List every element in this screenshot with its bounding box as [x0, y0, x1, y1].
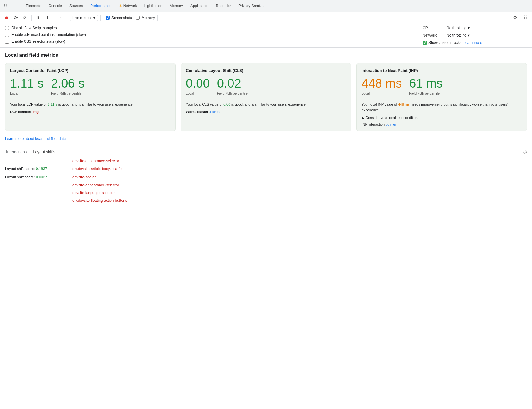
lcp-local: 1.11 s Local — [10, 76, 44, 95]
enable-paint-label: Enable advanced paint instrumentation (s… — [11, 33, 86, 37]
inp-interaction-link[interactable]: pointer — [385, 123, 396, 126]
learn-more-field-data-link[interactable]: Learn more about local and field data — [5, 137, 66, 141]
inp-interaction-row: INP interaction pointer — [362, 123, 522, 126]
lcp-local-value: 1.11 s — [10, 76, 44, 90]
network-label: Network: — [423, 33, 444, 37]
settings-gear-icon[interactable]: ⚙ — [511, 14, 519, 22]
shift-score-value-2: 0.0027 — [36, 175, 47, 179]
cls-field: 0.02 Field 75th percentile — [217, 76, 248, 95]
triangle-right-icon[interactable]: ▶ — [362, 116, 364, 120]
cls-divider — [186, 99, 346, 99]
cpu-row: CPU: No throttling ▾ — [423, 26, 527, 30]
lcp-element-value[interactable]: img — [33, 110, 39, 114]
inp-values: 448 ms Local 61 ms Field 75th percentile — [362, 76, 522, 95]
enable-css-checkbox[interactable] — [5, 40, 9, 44]
cls-local-value: 0.00 — [186, 76, 210, 90]
tabs-bar: Interactions Layout shifts ⊘ — [5, 147, 527, 157]
lcp-desc-value: 1.11 s — [48, 103, 57, 106]
nav-tab-network[interactable]: ⚠Network — [115, 0, 141, 12]
shift-element-2[interactable]: devsite-search — [72, 175, 96, 179]
toolbar-divider-3 — [67, 15, 67, 21]
home-button[interactable]: ⌂ — [57, 14, 65, 22]
cls-field-label: Field 75th percentile — [217, 91, 248, 95]
inp-divider — [362, 99, 522, 99]
shift-element-plain-5[interactable]: div.devsite-floating-action-buttons — [72, 198, 127, 203]
memory-label[interactable]: Memory — [142, 16, 155, 20]
nav-tab-lighthouse[interactable]: Lighthouse — [141, 0, 166, 12]
lcp-desc-suffix: is good, and is similar to your users' e… — [57, 103, 133, 106]
toolbar-divider-4 — [100, 15, 101, 21]
cls-field-value: 0.02 — [217, 76, 248, 90]
inp-local: 448 ms Local — [362, 76, 402, 95]
enable-advanced-paint-row[interactable]: Enable advanced paint instrumentation (s… — [5, 33, 423, 37]
disable-js-samples-row[interactable]: Disable JavaScript samples — [5, 26, 423, 30]
cls-desc-value: 0.00 — [223, 103, 230, 106]
memory-checkbox[interactable] — [136, 16, 140, 20]
shifts-list: devsite-appearance-selectorLayout shift … — [5, 157, 527, 204]
inp-consider-label: Consider your local test conditions — [366, 116, 419, 119]
nav-tab-performance[interactable]: Performance — [87, 0, 115, 12]
cpu-select[interactable]: No throttling ▾ — [447, 26, 470, 30]
lcp-element-label: LCP element — [10, 110, 33, 114]
shift-element-plain-4[interactable]: devsite-language-selector — [72, 191, 115, 195]
live-metrics-label: Live metrics — [72, 16, 92, 20]
lcp-title: Largest Contentful Paint (LCP) — [10, 68, 170, 73]
screenshots-checkbox[interactable] — [106, 16, 110, 20]
disable-js-checkbox[interactable] — [5, 26, 9, 30]
cls-card: Cumulative Layout Shift (CLS) 0.00 Local… — [181, 63, 351, 131]
lcp-desc-prefix: Your local LCP value of — [10, 103, 48, 106]
cpu-value: No throttling — [447, 26, 467, 30]
shift-row-plain-3: devsite-appearance-selector — [5, 181, 527, 189]
nav-tab-elements[interactable]: Elements — [22, 0, 45, 12]
inp-desc-value: 448 ms — [398, 103, 410, 106]
show-custom-tracks-row: Show custom tracks Learn more — [423, 41, 527, 45]
nav-tab-sources[interactable]: Sources — [66, 0, 87, 12]
cls-local-label: Local — [186, 91, 210, 95]
inp-card: Interaction to Next Paint (INP) 448 ms L… — [356, 63, 527, 131]
inp-field-value: 61 ms — [409, 76, 443, 90]
enable-paint-checkbox[interactable] — [5, 33, 9, 37]
enable-css-selector-row[interactable]: Enable CSS selector stats (slow) — [5, 39, 423, 44]
devtools-toggle-icon[interactable]: ⠿ — [1, 2, 10, 10]
nav-tab-memory[interactable]: Memory — [166, 0, 187, 12]
learn-more-link[interactable]: Learn more — [463, 41, 482, 45]
disable-js-label: Disable JavaScript samples — [11, 26, 57, 30]
tab-interactions[interactable]: Interactions — [5, 147, 32, 157]
device-toolbar-icon[interactable]: ▭ — [11, 2, 20, 10]
cpu-label: CPU: — [423, 26, 444, 30]
shift-score-value-1: 0.1837 — [36, 167, 47, 171]
lcp-values: 1.11 s Local 2.06 s Field 75th percentil… — [10, 76, 170, 95]
upload-button[interactable]: ⬆ — [34, 14, 42, 22]
inp-desc-prefix: Your local INP value of — [362, 103, 398, 106]
show-custom-tracks-label: Show custom tracks — [428, 41, 461, 45]
toolbar-right-icons: ⚙ ⠿ — [511, 14, 530, 22]
lcp-field: 2.06 s Field 75th percentile — [51, 76, 84, 95]
shift-row-1: Layout shift score: 0.1837div.devsite-ar… — [5, 165, 527, 173]
shift-score-1: Layout shift score: 0.1837 — [5, 167, 72, 171]
download-button[interactable]: ⬇ — [43, 14, 51, 22]
shift-row-plain-0: devsite-appearance-selector — [5, 157, 527, 165]
inp-field: 61 ms Field 75th percentile — [409, 76, 443, 95]
network-select[interactable]: No throttling ▾ — [447, 33, 470, 37]
settings-left: Disable JavaScript samples Enable advanc… — [5, 26, 423, 44]
shift-element-plain-0[interactable]: devsite-appearance-selector — [72, 159, 119, 163]
refresh-button[interactable]: ⟳ — [12, 14, 20, 22]
cls-desc-suffix: is good, and is similar to your users' e… — [230, 103, 307, 106]
screenshots-checkbox-group: Screenshots — [106, 16, 132, 20]
shift-score-2: Layout shift score: 0.0027 — [5, 175, 72, 179]
nav-tab-recorder[interactable]: Recorder — [212, 0, 235, 12]
screenshots-label[interactable]: Screenshots — [111, 16, 132, 20]
cls-worst-cluster-link[interactable]: 1 shift — [209, 110, 220, 114]
no-entry-icon[interactable]: ⊘ — [523, 149, 527, 155]
show-custom-tracks-checkbox[interactable] — [423, 41, 427, 45]
nav-tab-console[interactable]: Console — [45, 0, 66, 12]
shift-element-plain-3[interactable]: devsite-appearance-selector — [72, 183, 119, 187]
clear-button[interactable]: ⊘ — [21, 14, 29, 22]
record-button[interactable]: ⏺ — [2, 14, 10, 22]
live-metrics-dropdown[interactable]: Live metrics ▾ — [70, 15, 98, 21]
nav-tab-application[interactable]: Application — [187, 0, 212, 12]
shift-element-1[interactable]: div.devsite-article-body.clearfix — [72, 167, 122, 171]
more-options-icon[interactable]: ⠿ — [522, 14, 530, 22]
nav-tab-privacy-sandbox[interactable]: Privacy Sand… — [235, 0, 268, 12]
tab-layout-shifts[interactable]: Layout shifts — [32, 147, 60, 157]
